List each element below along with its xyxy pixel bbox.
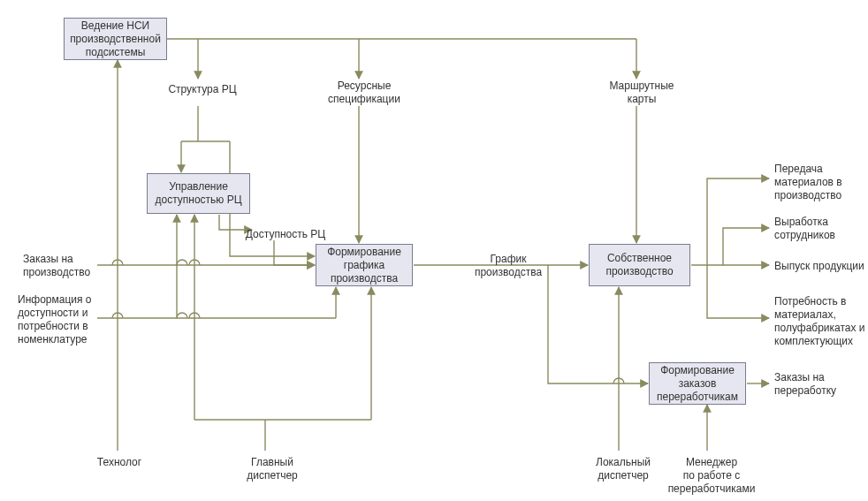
box-availability: Управление доступностью РЦ bbox=[147, 173, 250, 214]
label-avail-rc: Доступность РЦ bbox=[237, 228, 334, 241]
label-role-tech: Технолог bbox=[88, 456, 150, 469]
box-own-production: Собственное производство bbox=[589, 244, 690, 286]
label-out-reproc: Заказы на переработку bbox=[774, 371, 863, 398]
label-in-info: Информация о доступности и потребности в… bbox=[18, 293, 106, 346]
connectors-layer bbox=[0, 0, 868, 501]
label-role-manager: Менеджер по работе с переработчиками bbox=[663, 456, 760, 496]
label-in-orders: Заказы на производство bbox=[23, 253, 103, 279]
label-role-local: Локальный диспетчер bbox=[583, 456, 663, 482]
label-graph-prod: График производства bbox=[460, 253, 557, 279]
box-orders-label: Формирование заказов переработчикам bbox=[653, 364, 742, 404]
label-out-release: Выпуск продукции bbox=[774, 260, 868, 273]
box-schedule: Формирование графика производства bbox=[316, 244, 413, 286]
box-schedule-label: Формирование графика производства bbox=[320, 246, 408, 285]
label-struct-rc: Структура РЦ bbox=[163, 83, 242, 96]
label-out-transfer: Передача материалов в производство bbox=[774, 163, 863, 202]
label-route-cards: Маршрутные карты bbox=[598, 80, 686, 106]
box-ownprod-label: Собственное производство bbox=[593, 252, 686, 278]
box-nsi: Ведение НСИ производственной подсистемы bbox=[64, 18, 167, 60]
label-out-workers: Выработка сотрудников bbox=[774, 216, 863, 242]
box-availability-label: Управление доступностью РЦ bbox=[151, 180, 246, 207]
label-role-chief: Главный диспетчер bbox=[237, 456, 308, 482]
label-out-need: Потребность в материалах, полуфабрикатах… bbox=[774, 295, 868, 348]
box-nsi-label: Ведение НСИ производственной подсистемы bbox=[68, 19, 163, 59]
box-orders: Формирование заказов переработчикам bbox=[649, 362, 746, 405]
label-res-spec: Ресурсные спецификации bbox=[320, 80, 408, 106]
